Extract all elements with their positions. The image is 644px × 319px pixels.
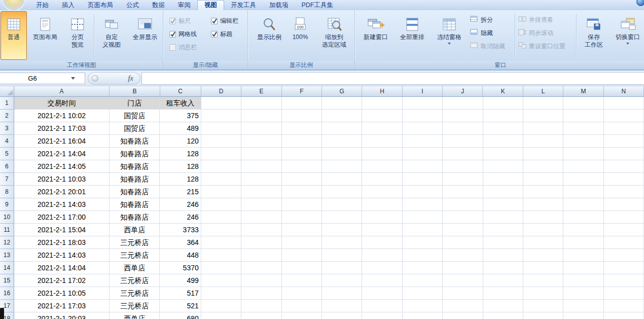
cell[interactable] [403,135,443,148]
cell[interactable]: 128 [160,173,201,186]
cell[interactable] [403,186,443,198]
cell[interactable] [282,262,322,274]
cell[interactable] [201,160,241,173]
cell[interactable] [362,262,402,274]
zoom-100-button[interactable]: 100100% [287,11,313,60]
cell[interactable] [282,249,322,262]
row-header-12[interactable]: 12 [0,236,14,249]
cell[interactable] [604,135,644,148]
cell[interactable] [604,198,644,211]
cell[interactable] [322,110,362,122]
cell[interactable] [443,148,483,160]
cell[interactable]: 西单店 [110,312,160,319]
cell[interactable] [483,97,523,110]
cell[interactable] [483,287,523,300]
cell[interactable]: 246 [160,198,201,211]
cell[interactable] [403,312,443,319]
save-workspace-button[interactable]: 保存工作区 [579,11,609,60]
headings-checkbox[interactable]: 标题 [211,27,247,41]
cell[interactable] [362,148,402,160]
custom-views-button[interactable]: 自定义视图 [96,11,127,60]
cell[interactable] [201,135,241,148]
gridlines-checkbox-box[interactable] [169,31,176,38]
column-header-H[interactable]: H [362,86,402,97]
cell[interactable] [483,236,523,249]
cell[interactable]: 2021-2-1 16:04 [14,135,110,148]
cell[interactable]: 交易时间 [14,97,110,110]
cell[interactable] [322,135,362,148]
cell[interactable] [241,312,281,319]
cell[interactable] [523,211,563,224]
cell[interactable] [563,312,603,319]
column-header-J[interactable]: J [443,86,483,97]
cell[interactable] [322,249,362,262]
cell[interactable] [362,198,402,211]
page-break-preview-button[interactable]: 分页预览 [63,11,92,60]
cell[interactable] [523,249,563,262]
cell[interactable] [201,300,241,312]
cell[interactable]: 2021-2-1 17:03 [14,122,110,135]
cell[interactable]: 2021-2-1 17:03 [14,300,110,312]
cell[interactable]: 2021-2-1 14:03 [14,249,110,262]
cell[interactable] [523,224,563,236]
cell[interactable] [523,312,563,319]
cell[interactable] [241,236,281,249]
cell[interactable]: 364 [160,236,201,249]
cell[interactable] [201,249,241,262]
cell[interactable] [201,122,241,135]
cell[interactable] [483,249,523,262]
cell[interactable] [282,148,322,160]
cell[interactable] [604,249,644,262]
tab-developer[interactable]: 开发工具 [224,0,263,10]
cell[interactable] [523,122,563,135]
cell[interactable] [282,186,322,198]
cell[interactable]: 2021-2-1 20:01 [14,186,110,198]
cell[interactable] [604,211,644,224]
cell[interactable] [362,224,402,236]
cell[interactable] [362,249,402,262]
cell[interactable] [604,236,644,249]
cell[interactable]: 知春路店 [110,211,160,224]
office-button[interactable] [2,0,25,10]
cell[interactable] [241,122,281,135]
column-header-C[interactable]: C [160,86,201,97]
cell[interactable]: 三元桥店 [110,249,160,262]
zoom-button[interactable]: 显示比例 [253,11,286,60]
cell[interactable] [241,160,281,173]
cell[interactable] [241,300,281,312]
cell[interactable] [443,160,483,173]
cell[interactable]: 三元桥店 [110,287,160,300]
cell[interactable]: 128 [160,160,201,173]
row-header-1[interactable]: 1 [0,97,14,110]
cell[interactable] [443,274,483,287]
cell[interactable] [282,224,322,236]
tab-add-ins[interactable]: 加载项 [263,0,295,10]
cell[interactable] [403,173,443,186]
cell[interactable] [523,186,563,198]
cell[interactable] [563,186,603,198]
cell[interactable] [483,211,523,224]
cell[interactable] [282,122,322,135]
cell[interactable] [604,274,644,287]
row-header-15[interactable]: 15 [0,274,14,287]
row-header-8[interactable]: 8 [0,186,14,198]
cell[interactable] [403,211,443,224]
cell[interactable] [282,198,322,211]
cell[interactable] [282,287,322,300]
cell[interactable] [201,148,241,160]
cell[interactable] [322,198,362,211]
cell[interactable] [362,287,402,300]
cell[interactable]: 国贸店 [110,122,160,135]
cell[interactable] [563,110,603,122]
cell[interactable] [282,300,322,312]
cell[interactable] [241,186,281,198]
cell[interactable] [241,274,281,287]
cell[interactable]: 120 [160,135,201,148]
cell[interactable] [604,300,644,312]
cell[interactable] [604,122,644,135]
cell[interactable] [523,160,563,173]
cell[interactable] [322,236,362,249]
cell[interactable]: 521 [160,300,201,312]
cell[interactable]: 2021-2-1 10:02 [14,110,110,122]
cell[interactable] [403,97,443,110]
